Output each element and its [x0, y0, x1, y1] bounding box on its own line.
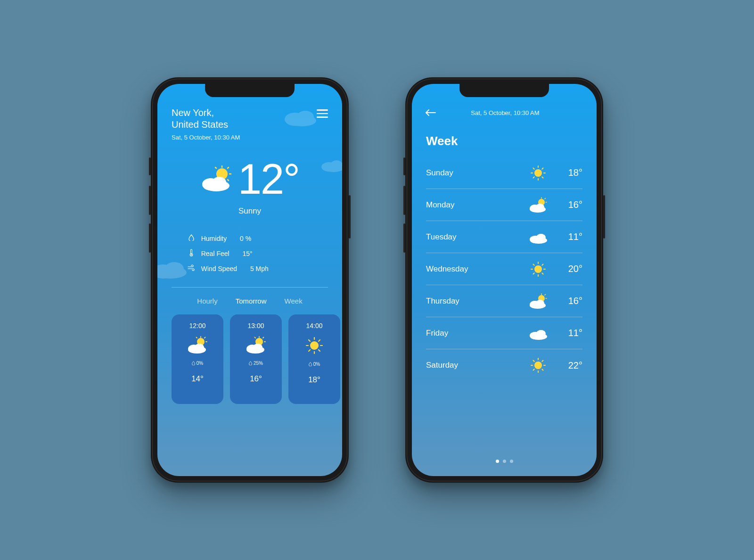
home-screen: New York, United States Sat, 5 October, … — [157, 84, 342, 476]
day-temp: 18° — [552, 167, 582, 178]
svg-point-84 — [530, 333, 547, 340]
svg-line-52 — [533, 168, 534, 169]
day-name: Thursday — [426, 296, 524, 306]
week-screen: Sat, 5 October, 10:30 AM Week Sunday 18°… — [412, 84, 597, 476]
sunny-icon — [524, 261, 552, 277]
current-temperature: 12° — [238, 155, 299, 204]
humidity-label: Humidity — [201, 235, 227, 242]
realfeel-label: Real Feel — [201, 250, 229, 257]
metric-wind: Wind Speed 5 Mph — [187, 261, 313, 276]
hour-temp: 18° — [308, 375, 320, 385]
hourly-card[interactable]: 14:00 0% 18° — [288, 314, 340, 404]
svg-line-59 — [545, 198, 546, 199]
day-name: Friday — [426, 329, 524, 338]
svg-line-92 — [542, 361, 543, 362]
wind-icon — [187, 264, 196, 272]
droplet-icon — [187, 234, 196, 242]
svg-line-91 — [542, 369, 543, 370]
svg-line-73 — [542, 264, 543, 265]
day-temp: 22° — [552, 360, 582, 371]
svg-point-47 — [534, 169, 542, 177]
week-row[interactable]: Saturday 22° — [426, 349, 582, 381]
svg-rect-18 — [190, 249, 192, 254]
cloudy-icon — [524, 326, 552, 340]
svg-line-71 — [533, 264, 534, 265]
hour-temp: 14° — [191, 374, 204, 384]
svg-line-25 — [197, 338, 197, 338]
realfeel-value: 15° — [243, 250, 253, 257]
week-row[interactable]: Monday 16° — [426, 189, 582, 221]
day-name: Wednesday — [426, 264, 524, 274]
svg-line-72 — [542, 273, 543, 274]
svg-point-28 — [188, 346, 206, 354]
wind-value: 5 Mph — [250, 265, 269, 272]
metrics-block: Humidity 0 % Real Feel 15° Wind Speed 5 … — [187, 231, 313, 276]
svg-line-90 — [533, 361, 534, 362]
hour-humidity: 0% — [192, 361, 203, 366]
svg-line-33 — [255, 338, 256, 338]
location-block: New York, United States Sat, 5 October, … — [172, 107, 240, 141]
svg-point-20 — [190, 254, 192, 255]
day-name: Sunday — [426, 168, 524, 178]
svg-point-37 — [310, 341, 319, 350]
hour-temp: 16° — [250, 374, 262, 384]
week-row[interactable]: Wednesday 20° — [426, 253, 582, 285]
current-condition: Sunny — [157, 206, 342, 216]
tab-tomorrow[interactable]: Tomorrow — [236, 297, 267, 305]
svg-line-43 — [319, 350, 320, 351]
header-datetime: Sat, 5 October, 10:30 AM — [436, 109, 583, 116]
hour-humidity: 0% — [309, 362, 320, 367]
hour-time: 14:00 — [306, 322, 322, 329]
divider — [172, 287, 328, 288]
current-datetime: Sat, 5 October, 10:30 AM — [172, 134, 240, 141]
hour-humidity: 25% — [249, 361, 263, 366]
svg-point-17 — [203, 180, 229, 191]
metric-humidity: Humidity 0 % — [187, 231, 313, 246]
svg-line-13 — [215, 167, 216, 168]
tab-week[interactable]: Week — [285, 297, 303, 305]
svg-point-65 — [530, 237, 547, 244]
week-row[interactable]: Tuesday 11° — [426, 221, 582, 253]
phone-device-right: Sat, 5 October, 10:30 AM Week Sunday 18°… — [405, 77, 603, 483]
hour-time: 12:00 — [189, 322, 205, 329]
day-name: Tuesday — [426, 232, 524, 242]
wind-label: Wind Speed — [201, 265, 237, 272]
tab-hourly[interactable]: Hourly — [197, 297, 217, 305]
back-arrow-icon[interactable] — [425, 108, 436, 117]
menu-icon[interactable] — [317, 109, 328, 118]
svg-line-74 — [533, 273, 534, 274]
week-row[interactable]: Friday 11° — [426, 317, 582, 349]
day-name: Monday — [426, 200, 524, 210]
thermometer-icon — [187, 249, 196, 258]
pager-dot[interactable] — [503, 460, 506, 463]
week-list: Sunday 18° Monday 16° Tuesday 11° — [412, 157, 597, 381]
week-row[interactable]: Thursday 16° — [426, 285, 582, 317]
cloudy-icon — [524, 230, 552, 244]
location-country: United States — [172, 119, 240, 130]
svg-line-55 — [533, 177, 534, 178]
page-indicator[interactable] — [412, 460, 597, 463]
location-city: New York, — [172, 107, 240, 118]
phone-notch — [459, 83, 549, 97]
metric-realfeel: Real Feel 15° — [187, 246, 313, 261]
partly-cloudy-icon — [524, 197, 552, 213]
svg-line-78 — [545, 294, 546, 295]
day-name: Saturday — [426, 361, 524, 370]
phone-notch — [205, 83, 295, 97]
svg-point-85 — [534, 362, 542, 369]
partly-cloudy-icon — [200, 165, 233, 194]
sunny-icon — [305, 336, 324, 357]
hourly-card[interactable]: 13:00 25% 16° — [230, 314, 282, 404]
partly-cloudy-icon — [187, 336, 208, 356]
day-temp: 11° — [552, 328, 582, 338]
svg-point-36 — [246, 346, 264, 354]
svg-line-24 — [205, 338, 205, 338]
hourly-cards[interactable]: 12:00 0% 14° 13:00 25% 16° — [157, 305, 342, 404]
partly-cloudy-icon — [245, 336, 267, 356]
hourly-card[interactable]: 12:00 0% 14° — [172, 314, 223, 404]
svg-point-66 — [534, 265, 542, 273]
day-temp: 16° — [552, 296, 582, 306]
pager-dot[interactable] — [496, 460, 499, 463]
week-row[interactable]: Sunday 18° — [426, 157, 582, 189]
pager-dot[interactable] — [510, 460, 513, 463]
